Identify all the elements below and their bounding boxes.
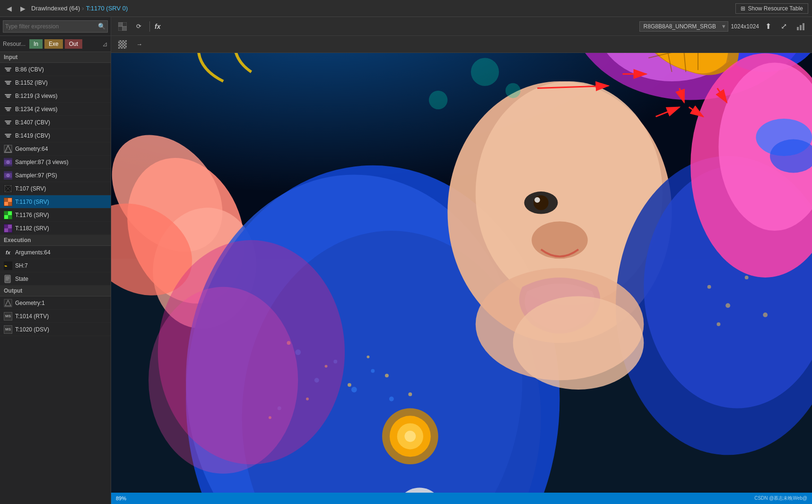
item-label: T:1020 (DSV) (15, 326, 49, 333)
svg-point-98 (707, 285, 711, 289)
format-area: R8G8B8A8_UNORM_SRGB 1024x1024 ⬆ ⤢ (639, 20, 808, 33)
list-item[interactable]: T:1176 (SRV) (0, 209, 111, 222)
list-item[interactable]: State (0, 272, 111, 286)
list-item[interactable]: B:1152 (IBV) (0, 76, 111, 89)
refresh-icon: ⟳ (136, 23, 141, 30)
item-label: B:1219 (3 views) (15, 93, 57, 99)
filter-input[interactable] (5, 23, 96, 30)
resource-list[interactable]: Input B:86 (CBV) B:1152 (IBV) (0, 52, 111, 504)
svg-point-84 (348, 383, 351, 387)
list-item[interactable]: Geometry:64 (0, 142, 111, 156)
image-area (111, 53, 812, 493)
list-item[interactable]: Sampler:97 (PS) (0, 169, 111, 182)
filter-input-wrap[interactable]: 🔍 (3, 20, 108, 33)
svg-rect-22 (4, 215, 8, 219)
title-bar: ◀ ▶ DrawIndexed (64) › T:1170 (SRV 0) ⊞ … (0, 0, 812, 17)
item-label: Geometry:1 (15, 300, 45, 306)
forward-button[interactable]: ▶ (17, 4, 28, 13)
texture-view-button[interactable] (115, 20, 130, 33)
breadcrumb-current: T:1170 (SRV 0) (86, 5, 128, 12)
checkerboard-button[interactable] (115, 38, 130, 51)
svg-point-102 (716, 322, 720, 326)
left-panel: 🔍 Resour... In Exe Out ⊿ Input B:86 (CBV… (0, 17, 111, 504)
back-button[interactable]: ◀ (4, 4, 15, 13)
resource-label: Resour... (3, 41, 26, 47)
geometry-icon (4, 145, 12, 153)
ms-icon: MS (4, 325, 12, 334)
svg-rect-15 (8, 202, 12, 206)
svg-rect-16 (8, 198, 12, 202)
toolbar-row: ⟳ fx R8G8B8A8_UNORM_SRGB 1024x1024 ⬆ ⤢ (111, 17, 812, 36)
list-item[interactable]: Geometry:1 (0, 296, 111, 310)
cbv-icon (4, 131, 12, 140)
show-resource-table-button[interactable]: ⊞ Show Resource Table (735, 3, 808, 14)
item-label: T:1170 (SRV) (15, 199, 49, 205)
filter-bar: 🔍 (0, 17, 111, 36)
list-item[interactable]: B:86 (CBV) (0, 63, 111, 76)
svg-rect-20 (8, 215, 12, 219)
svg-point-92 (532, 221, 588, 259)
svg-point-8 (7, 174, 9, 177)
list-item[interactable]: ⌁ SH:7 (0, 259, 111, 272)
svg-point-130 (506, 83, 521, 98)
svg-point-78 (371, 369, 375, 373)
svg-rect-21 (8, 211, 12, 215)
second-toolbar: → (111, 36, 812, 53)
list-item[interactable]: T:107 (SRV) (0, 182, 111, 195)
svg-rect-25 (8, 228, 12, 232)
list-item[interactable]: B:1419 (CBV) (0, 129, 111, 142)
save-icon: ⬆ (765, 22, 771, 31)
refresh-button[interactable]: ⟳ (133, 21, 145, 32)
item-label: T:1176 (SRV) (15, 212, 49, 218)
item-label: Geometry:64 (15, 146, 48, 152)
svg-rect-30 (5, 275, 10, 283)
sampler-icon (4, 171, 12, 180)
tabs-row: Resour... In Exe Out ⊿ (0, 36, 111, 52)
tab-exe[interactable]: Exe (44, 39, 63, 49)
list-item[interactable]: Sampler:87 (3 views) (0, 156, 111, 169)
section-input: Input (0, 52, 111, 63)
tab-in[interactable]: In (29, 39, 43, 49)
svg-rect-42 (803, 23, 804, 30)
chart-button[interactable] (793, 20, 808, 33)
svg-point-104 (513, 296, 644, 390)
svg-point-99 (725, 303, 730, 308)
save-button[interactable]: ⬆ (762, 20, 775, 33)
format-dropdown-wrap: R8G8B8A8_UNORM_SRGB (639, 21, 728, 32)
svg-point-112 (404, 431, 416, 442)
sampler-icon (4, 158, 12, 166)
status-bar: 89% CSDN @慕志未晚Web@ (111, 493, 812, 504)
texture-purple-icon (4, 224, 12, 233)
svg-point-100 (745, 276, 749, 279)
svg-rect-39 (122, 26, 127, 31)
list-item[interactable]: T:1182 (SRV) (0, 222, 111, 235)
arrows-button[interactable]: → (133, 39, 146, 50)
list-item[interactable]: B:1219 (3 views) (0, 89, 111, 103)
filter-funnel-button[interactable]: ⊿ (102, 40, 108, 48)
breadcrumb-part1: DrawIndexed (64) (31, 5, 80, 12)
format-dropdown[interactable]: R8G8B8A8_UNORM_SRGB (639, 21, 728, 32)
svg-point-95 (534, 197, 540, 203)
checkerboard-icon (118, 40, 127, 49)
texture-green-icon (4, 211, 12, 219)
list-item[interactable]: B:1407 (CBV) (0, 116, 111, 129)
chart-icon (796, 22, 805, 31)
breadcrumb: DrawIndexed (64) › T:1170 (SRV 0) (31, 5, 128, 12)
item-label: B:1234 (2 views) (15, 106, 57, 113)
list-item[interactable]: MS T:1020 (DSV) (0, 323, 111, 336)
tab-out[interactable]: Out (65, 39, 82, 49)
fx-label: fx (155, 23, 160, 30)
list-item[interactable]: fx Arguments:64 (0, 246, 111, 259)
svg-rect-36 (118, 22, 122, 26)
list-item[interactable]: MS T:1014 (RTV) (0, 310, 111, 323)
list-item[interactable]: B:1234 (2 views) (0, 103, 111, 116)
fit-button[interactable]: ⤢ (777, 20, 790, 33)
state-icon (4, 275, 12, 283)
list-item-selected[interactable]: T:1170 (SRV) (0, 195, 111, 209)
cbv-icon (4, 65, 12, 74)
section-execution: Execution (0, 235, 111, 246)
toolbar-divider (149, 21, 150, 32)
item-label: Arguments:64 (15, 249, 51, 256)
cbv-icon (4, 92, 12, 100)
item-label: T:1014 (RTV) (15, 313, 49, 320)
